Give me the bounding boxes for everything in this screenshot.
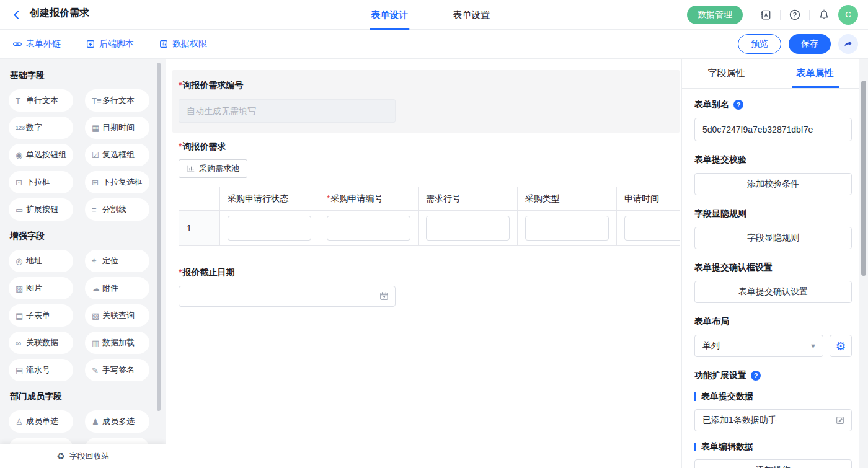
text-icon: T	[16, 96, 26, 105]
confirm-box-label: 表单提交确认框设置	[694, 262, 852, 273]
attachment-icon: ☁	[92, 284, 102, 293]
data-permission-link[interactable]: 数据权限	[159, 38, 207, 50]
visibility-rules-button[interactable]: 字段显隐规则	[694, 227, 852, 249]
serial-number-icon: ▤	[16, 366, 26, 375]
field-palette-sidebar: 基础字段 T单行文本 T≡多行文本 123数字 ▦日期时间 ◉单选按钮组 ☑复选…	[0, 59, 166, 468]
member-single-icon: ♙	[16, 417, 26, 426]
datetime-icon: ▦	[92, 123, 102, 133]
field-pill-extend-button[interactable]: ▭扩展按钮	[9, 198, 73, 221]
field-pill-signature[interactable]: ✎手写签名	[85, 359, 149, 381]
field-pill-multi-line-text[interactable]: T≡多行文本	[85, 89, 149, 112]
save-button[interactable]: 保存	[789, 34, 831, 54]
field-pill-image[interactable]: ▨图片	[9, 277, 73, 299]
required-asterisk: *	[179, 267, 182, 277]
field-pill-datetime[interactable]: ▦日期时间	[85, 117, 149, 139]
submit-data-box[interactable]: 已添加1条数据助手	[694, 409, 852, 431]
field-pill-location[interactable]: ⌖定位	[85, 250, 149, 272]
field-label: *报价截止日期	[179, 267, 680, 278]
divider	[780, 10, 781, 20]
panel-scrollbar-thumb[interactable]	[861, 81, 866, 276]
layout-settings-button[interactable]: ⚙	[830, 335, 852, 357]
multi-select-icon: ⊞	[92, 178, 102, 187]
data-permission-icon	[159, 39, 169, 49]
translate-book-icon[interactable]	[760, 9, 772, 21]
add-operation-button[interactable]: 添加操作	[694, 459, 852, 468]
column-header-status: 采购申请行状态	[220, 187, 319, 211]
field-pill-related-data[interactable]: ∞关联数据	[9, 332, 73, 354]
page-title[interactable]: 创建报价需求	[30, 7, 89, 22]
calendar-icon	[379, 291, 389, 301]
field-pill-attachment[interactable]: ☁附件	[85, 277, 149, 299]
preview-button[interactable]: 预览	[738, 34, 781, 54]
subform-icon: ▤	[16, 311, 26, 320]
field-pill-single-line-text[interactable]: T单行文本	[9, 89, 73, 112]
script-icon	[86, 39, 95, 49]
apply-no-input[interactable]	[327, 216, 410, 241]
subtable-container: 采购申请行状态 *采购申请编号 需求行号 采购类型 申请时间 1	[179, 187, 680, 246]
tab-form-settings[interactable]: 表单设置	[453, 0, 490, 30]
address-icon: ◎	[16, 257, 26, 266]
field-pill-checkbox-group[interactable]: ☑复选框组	[85, 144, 149, 166]
back-icon[interactable]	[11, 9, 22, 20]
backend-script-link[interactable]: 后端脚本	[86, 38, 134, 50]
field-block-quote-request-no[interactable]: *询报价需求编号	[172, 70, 680, 133]
column-header-apply-time: 申请时间	[617, 187, 680, 211]
help-icon[interactable]	[789, 9, 801, 21]
sidebar-scrollbar[interactable]	[157, 63, 161, 411]
tab-field-properties[interactable]: 字段属性	[682, 59, 771, 88]
field-pill-subform[interactable]: ▤子表单	[9, 304, 73, 327]
textarea-icon: T≡	[92, 96, 102, 105]
data-manage-button[interactable]: 数据管理	[687, 6, 743, 24]
form-alias-input[interactable]	[694, 118, 852, 141]
field-pill-number[interactable]: 123数字	[9, 117, 73, 139]
button-icon: ▭	[16, 205, 26, 214]
field-pill-address[interactable]: ◎地址	[9, 250, 73, 272]
status-input[interactable]	[228, 216, 311, 241]
field-pill-divider[interactable]: ≡分割线	[85, 198, 149, 221]
select-icon: ⊡	[16, 178, 26, 187]
gear-icon: ⚙	[835, 340, 846, 353]
recycle-icon: ♻	[56, 451, 64, 462]
visibility-rules-label: 字段显隐规则	[694, 208, 852, 219]
submit-validation-group: 表单提交校验 添加校验条件	[694, 154, 852, 195]
form-alias-group: 表单别名?	[694, 99, 852, 141]
column-header-apply-no: *采购申请编号	[319, 187, 418, 211]
quote-request-no-input[interactable]	[179, 99, 396, 123]
tab-form-design[interactable]: 表单设计	[371, 0, 408, 30]
field-pill-related-query[interactable]: ▧关联查询	[85, 304, 149, 327]
field-pill-multi-select[interactable]: ⊞下拉复选框	[85, 171, 149, 193]
edit-icon[interactable]	[835, 415, 845, 425]
field-recycle-bin[interactable]: ♻ 字段回收站	[0, 444, 166, 468]
apply-time-input[interactable]	[624, 216, 680, 241]
subtable-row: 1	[179, 211, 680, 246]
purchase-type-input[interactable]	[525, 216, 609, 241]
share-button[interactable]	[838, 34, 858, 54]
field-block-quote-deadline[interactable]: *报价截止日期	[172, 246, 680, 307]
layout-select[interactable]: 单列 ▼	[694, 335, 823, 357]
form-external-link[interactable]: 表单外链	[12, 38, 61, 50]
field-pill-serial-number[interactable]: ▤流水号	[9, 359, 73, 381]
quote-deadline-input[interactable]	[179, 286, 396, 307]
avatar[interactable]: C	[838, 5, 858, 25]
share-arrow-icon	[843, 39, 853, 49]
confirm-box-button[interactable]: 表单提交确认设置	[694, 281, 852, 303]
field-pill-radio-group[interactable]: ◉单选按钮组	[9, 144, 73, 166]
top-header: 创建报价需求 表单设计 表单设置 数据管理 C	[0, 0, 868, 30]
field-pill-member-single[interactable]: ♙成员单选	[9, 410, 73, 433]
add-validation-button[interactable]: 添加校验条件	[694, 173, 852, 195]
field-pill-member-multi[interactable]: ♟成员多选	[85, 410, 149, 433]
field-pill-data-load[interactable]: ▥数据加载	[85, 332, 149, 354]
data-load-icon: ▥	[92, 338, 102, 348]
demand-line-input[interactable]	[426, 216, 510, 241]
field-pill-select[interactable]: ⊡下拉框	[9, 171, 73, 193]
tab-form-properties[interactable]: 表单属性	[771, 59, 859, 88]
help-badge-icon[interactable]: ?	[751, 371, 761, 381]
field-block-quote-request[interactable]: *询报价需求 采购需求池 采购申请行状态 *采购申请编号 需求行号 采购	[172, 133, 680, 246]
purchase-pool-button[interactable]: 采购需求池	[179, 159, 247, 178]
panel-scrollbar-track[interactable]	[859, 59, 868, 468]
purchase-type-cell	[518, 211, 617, 246]
help-badge-icon[interactable]: ?	[733, 100, 743, 110]
divider	[751, 10, 751, 20]
status-cell	[220, 211, 319, 246]
bell-icon[interactable]	[818, 9, 830, 21]
